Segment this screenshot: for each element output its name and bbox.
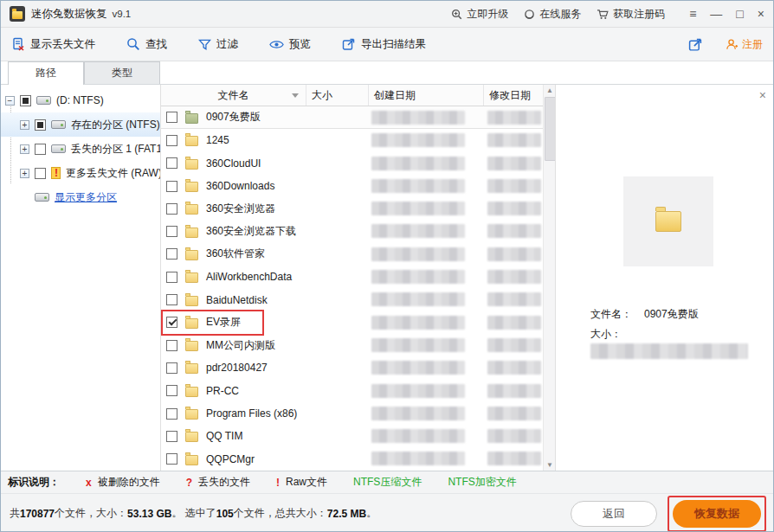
- export-icon: [342, 37, 356, 51]
- minimize-button[interactable]: —: [710, 8, 722, 20]
- row-checkbox[interactable]: [166, 157, 177, 169]
- find-label: 查找: [145, 37, 167, 52]
- show-more-partitions-link[interactable]: 显示更多分区: [55, 190, 117, 205]
- folder-icon: [185, 228, 198, 238]
- main-menu-button[interactable]: ≡: [689, 8, 696, 20]
- tree-checkbox[interactable]: [35, 119, 46, 131]
- table-row[interactable]: 360CloudUI: [161, 152, 543, 175]
- expand-icon[interactable]: +: [20, 169, 29, 178]
- redacted-modified-date: [487, 247, 541, 261]
- row-checkbox[interactable]: [166, 431, 177, 442]
- redacted-modified-date: [487, 202, 541, 215]
- tree-item-label[interactable]: (D: NTFS): [56, 94, 104, 106]
- tree-item[interactable]: +存在的分区 (NTFS): [1, 112, 160, 137]
- raw-file-icon: [51, 167, 61, 179]
- row-checkbox[interactable]: [166, 408, 177, 420]
- table-row[interactable]: MM公司内测版: [161, 334, 543, 356]
- table-row[interactable]: 0907免费版: [161, 106, 543, 129]
- table-row[interactable]: Program Files (x86): [161, 402, 543, 425]
- show-lost-files-button[interactable]: 显示丢失文件: [11, 37, 95, 52]
- upgrade-label: 立即升级: [467, 7, 508, 22]
- scroll-down-icon[interactable]: ▼: [544, 459, 556, 471]
- tree-item-label[interactable]: 更多丢失文件 (RAW): [66, 166, 161, 181]
- preview-close-icon[interactable]: ×: [759, 88, 766, 102]
- register-button[interactable]: 注册: [726, 37, 763, 52]
- get-register-code-button[interactable]: 获取注册码: [597, 7, 665, 22]
- file-name: 360CloudUI: [206, 157, 261, 170]
- preview-filename-row: 文件名： 0907免费版: [590, 307, 699, 322]
- folder-icon: [185, 182, 198, 192]
- tab-type[interactable]: 类型: [84, 61, 160, 84]
- status-text-part: 105: [216, 508, 234, 520]
- table-row[interactable]: pdr20180427: [161, 356, 543, 379]
- expand-icon[interactable]: +: [20, 120, 29, 130]
- status-text-part: 53.13 GB: [127, 508, 171, 520]
- tree-checkbox[interactable]: [20, 95, 31, 106]
- row-checkbox[interactable]: [166, 248, 177, 260]
- row-checkbox[interactable]: [166, 362, 177, 374]
- column-header-filename[interactable]: 文件名: [161, 85, 306, 106]
- back-button[interactable]: 返回: [571, 501, 657, 527]
- legend-item: !Raw文件: [276, 475, 327, 490]
- export-scan-results-button[interactable]: 导出扫描结果: [342, 37, 426, 52]
- preview-button[interactable]: 预览: [269, 37, 311, 52]
- table-row[interactable]: EV录屏: [161, 311, 543, 334]
- row-checkbox[interactable]: [166, 135, 177, 146]
- vertical-scrollbar[interactable]: ▲ ▼: [543, 85, 555, 471]
- legend-mark: ?: [186, 477, 192, 489]
- tree-item[interactable]: +更多丢失文件 (RAW): [1, 161, 160, 185]
- legend-mark: !: [276, 477, 280, 489]
- tree-item[interactable]: +丢失的分区 1 (FAT12): [1, 137, 160, 161]
- tree-item[interactable]: −(D: NTFS): [1, 88, 160, 112]
- export-scan-results-label: 导出扫描结果: [361, 37, 426, 52]
- tab-path[interactable]: 路径: [8, 61, 84, 85]
- column-header-modified-date[interactable]: 修改日期: [484, 85, 543, 106]
- row-checkbox[interactable]: [166, 203, 177, 215]
- share-icon: [688, 37, 703, 52]
- redacted-size-value: [590, 343, 748, 359]
- row-checkbox[interactable]: [166, 181, 177, 192]
- table-row[interactable]: 360安全浏览器下载: [161, 220, 543, 242]
- row-checkbox[interactable]: [166, 340, 177, 351]
- close-button[interactable]: ×: [758, 8, 764, 20]
- row-checkbox[interactable]: [166, 453, 177, 465]
- tree-item[interactable]: 显示更多分区: [1, 185, 160, 209]
- tree-checkbox[interactable]: [35, 168, 46, 179]
- tree-checkbox[interactable]: [35, 144, 46, 155]
- column-header-size[interactable]: 大小: [306, 85, 369, 106]
- recover-data-button[interactable]: 恢复数据: [673, 500, 761, 528]
- filter-button[interactable]: 过滤: [198, 37, 238, 52]
- expand-icon[interactable]: +: [20, 144, 29, 154]
- row-checkbox[interactable]: [166, 385, 177, 396]
- tree-item-label[interactable]: 丢失的分区 1 (FAT12): [71, 142, 161, 157]
- legend-bar: 标识说明： x被删除的文件?丢失的文件!Raw文件NTFS压缩文件NTFS加密文…: [1, 471, 773, 493]
- scroll-up-icon[interactable]: ▲: [544, 85, 556, 96]
- status-text-part: 。: [366, 506, 377, 521]
- column-modified-label: 修改日期: [489, 88, 531, 103]
- row-checkbox[interactable]: [166, 317, 177, 328]
- table-row[interactable]: QQPCMgr: [161, 447, 543, 470]
- table-row[interactable]: 360安全浏览器: [161, 197, 543, 220]
- export-button[interactable]: [688, 37, 703, 52]
- column-size-label: 大小: [312, 88, 332, 103]
- row-checkbox[interactable]: [166, 272, 177, 283]
- online-service-button[interactable]: 在线服务: [524, 7, 581, 22]
- upgrade-button[interactable]: 立即升级: [451, 7, 508, 22]
- table-row[interactable]: AliWorkbenchData: [161, 266, 543, 288]
- tree-item-label[interactable]: 存在的分区 (NTFS): [71, 118, 160, 132]
- collapse-icon[interactable]: −: [5, 96, 15, 106]
- column-header-created-date[interactable]: 创建日期: [369, 85, 484, 106]
- show-lost-files-label: 显示丢失文件: [30, 37, 95, 52]
- row-checkbox[interactable]: [166, 294, 177, 305]
- table-row[interactable]: QQ TIM: [161, 425, 543, 447]
- row-checkbox[interactable]: [166, 112, 177, 123]
- table-row[interactable]: BaiduNetdisk: [161, 288, 543, 311]
- table-row[interactable]: PR-CC: [161, 380, 543, 402]
- redacted-created-date: [371, 133, 465, 147]
- row-checkbox[interactable]: [166, 226, 177, 237]
- table-row[interactable]: 360软件管家: [161, 243, 543, 266]
- find-button[interactable]: 查找: [126, 37, 167, 52]
- table-row[interactable]: 360Downloads: [161, 175, 543, 197]
- table-row[interactable]: 1245: [161, 129, 543, 151]
- maximize-button[interactable]: □: [736, 8, 743, 20]
